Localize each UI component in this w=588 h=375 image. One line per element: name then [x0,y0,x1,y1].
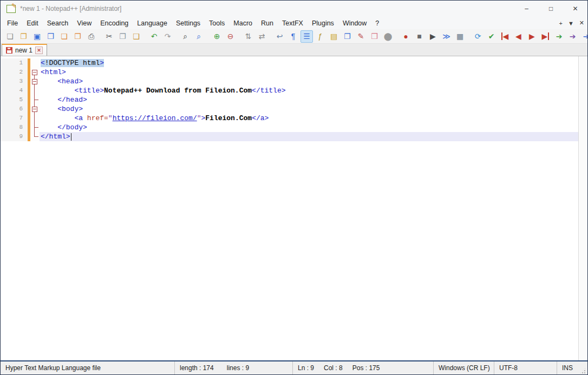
menu-textfx[interactable]: TextFX [278,18,308,29]
menu-file[interactable]: File [3,18,22,29]
code-line-7[interactable]: 7 <a href="https://fileion.com/">Fileion… [1,114,578,123]
replace-button[interactable]: ⌕ [193,30,205,43]
fold-collapse-icon[interactable] [30,68,40,77]
export-green-doc-button[interactable]: ➔ [553,30,565,43]
tab-new-1[interactable]: new 1✕ [2,44,47,56]
monitoring-button[interactable]: ⬤ [382,30,394,43]
close-document-icon[interactable]: ✕ [579,19,584,27]
title-bar: *new 1 - Notepad++ [Administrator] – □ ✕ [1,1,587,17]
zoom-out-button[interactable]: ⊖ [224,30,237,43]
save-all-button[interactable]: ❒ [44,30,57,43]
document-map-button[interactable]: ▤ [328,30,340,43]
export-blue-doc-button[interactable]: ➔ [580,30,588,43]
menu-macro[interactable]: Macro [229,18,257,29]
line-number: 2 [1,68,28,77]
macro-stop-button[interactable]: ■ [413,30,426,43]
plugin-check-document-button[interactable]: ✔ [485,30,498,43]
edit-document-button[interactable]: ✎ [355,30,367,43]
close-all-button[interactable]: ❐ [71,30,84,43]
editor[interactable]: 1<!DOCTYPE html>2<html>3 <head>4 <title>… [1,56,587,360]
redo-button[interactable]: ↷ [161,30,174,43]
fold-margin [30,123,40,132]
doc-type-label: Hyper Text Markup Language file [5,364,101,372]
minimize-button[interactable]: – [514,1,539,17]
lines-label: lines : 9 [227,364,249,372]
save-file-button[interactable]: ▣ [31,30,43,43]
new-file-button[interactable]: ❏ [4,30,16,43]
menu-view[interactable]: View [73,18,96,29]
menu-window[interactable]: Window [338,18,371,29]
vertical-scrollbar[interactable] [578,56,587,360]
code-text: <body> [40,104,578,114]
nav-next-icon: ▶ [529,32,535,40]
toolbar-group: ⟳✔◀◀▶▶➔➔➔A≣ [471,30,588,43]
macro-run-multiple-button[interactable]: ≫ [440,30,453,43]
nav-next-button[interactable]: ▶ [526,30,538,43]
close-tab-icon[interactable]: ✕ [35,47,43,54]
sync-scroll-vertical-button[interactable]: ⇅ [242,30,254,43]
code-line-3[interactable]: 3 <head> [1,77,578,86]
eol-label: Windows (CR LF) [439,364,490,372]
status-eol-format[interactable]: Windows (CR LF) [434,361,494,374]
tab-list-dropdown-icon[interactable]: ▼ [568,20,574,27]
macro-save-button[interactable]: ▦ [454,30,466,43]
paste-button[interactable]: ❑ [130,30,142,43]
menu-settings[interactable]: Settings [172,18,205,29]
macro-play-button[interactable]: ▶ [427,30,439,43]
copy-button[interactable]: ❐ [116,30,129,43]
nav-previous-icon: ◀ [515,32,521,40]
plugin-refresh-icon: ⟳ [475,32,481,40]
sync-scroll-horizontal-button[interactable]: ⇄ [256,30,268,43]
function-list-button[interactable]: ƒ [314,30,326,43]
print-button[interactable]: ⎙ [85,30,97,43]
code-line-8[interactable]: 8 </body> [1,123,578,132]
code-line-4[interactable]: 4 <title>Notepad++ Download from Fileion… [1,86,578,95]
toolbar-group: ⊕⊖ [210,30,237,43]
cut-button[interactable]: ✂ [103,30,115,43]
code-area[interactable]: 1<!DOCTYPE html>2<html>3 <head>4 <title>… [1,56,578,360]
show-all-characters-button[interactable]: ¶ [287,30,299,43]
menu-search[interactable]: Search [43,18,73,29]
menu-language[interactable]: Language [133,18,172,29]
macro-record-button[interactable]: ● [400,30,412,43]
status-insert-mode[interactable]: INS [557,361,587,374]
open-file-button[interactable]: ❐ [17,30,30,43]
folder-as-workspace-button[interactable]: ❒ [368,30,381,43]
menu-help[interactable]: ? [371,18,383,29]
line-number: 9 [1,132,28,141]
close-button[interactable]: ✕ [563,1,587,17]
show-indent-guide-button[interactable]: ☰ [300,30,313,43]
new-file-icon: ❏ [6,32,14,40]
status-encoding[interactable]: UTF-8 [494,361,557,374]
word-wrap-button[interactable]: ↩ [273,30,286,43]
toolbar-group: ↩¶☰ƒ▤❐✎❒⬤ [273,30,395,43]
toolbar-group: ⇅⇄ [241,30,269,43]
plugin-refresh-button[interactable]: ⟳ [472,30,484,43]
document-list-button[interactable]: ❐ [341,30,354,43]
fold-collapse-icon[interactable] [30,77,40,86]
nav-last-button[interactable]: ▶ [539,30,552,43]
cut-icon: ✂ [106,32,113,40]
export-purple-doc-button[interactable]: ➔ [566,30,579,43]
fold-collapse-icon[interactable] [30,104,40,114]
close-file-button[interactable]: ❏ [58,30,70,43]
code-line-9[interactable]: 9</html> [1,132,578,141]
menu-encoding[interactable]: Encoding [96,18,133,29]
menu-tools[interactable]: Tools [205,18,229,29]
menu-edit[interactable]: Edit [22,18,43,29]
new-tab-icon[interactable]: + [559,20,562,27]
zoom-in-button[interactable]: ⊕ [211,30,223,43]
nav-first-button[interactable]: ◀ [499,30,511,43]
code-line-1[interactable]: 1<!DOCTYPE html> [1,58,578,68]
nav-previous-button[interactable]: ◀ [512,30,525,43]
code-line-5[interactable]: 5 </head> [1,95,578,104]
menu-run[interactable]: Run [257,18,278,29]
resize-grip-icon[interactable] [579,367,586,374]
code-line-6[interactable]: 6 <body> [1,104,578,114]
notepad-plus-plus-window: *new 1 - Notepad++ [Administrator] – □ ✕… [0,0,588,375]
undo-button[interactable]: ↶ [148,30,160,43]
find-button[interactable]: ⌕ [179,30,192,43]
menu-plugins[interactable]: Plugins [308,18,338,29]
maximize-button[interactable]: □ [539,1,563,17]
code-line-2[interactable]: 2<html> [1,68,578,77]
